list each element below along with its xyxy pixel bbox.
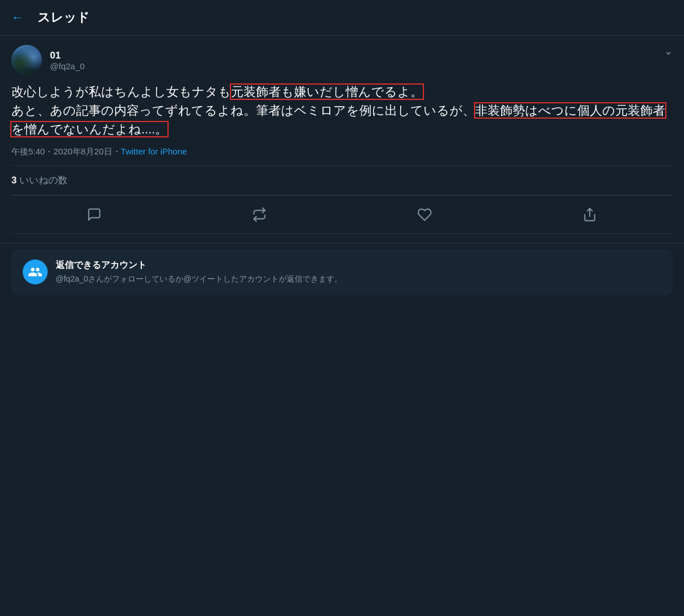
- reply-restriction-title: 返信できるアカウント: [56, 259, 342, 271]
- avatar[interactable]: [11, 45, 42, 76]
- reply-restriction-description: @fq2a_0さんがフォローしているか@ツイートしたアカウントが返信できます。: [56, 274, 342, 285]
- share-button[interactable]: [578, 203, 602, 227]
- chevron-down-icon[interactable]: ⌄: [664, 45, 673, 57]
- reply-restriction-icon: [23, 259, 48, 284]
- likes-label-text: いいねの数: [19, 175, 68, 186]
- action-bar: [11, 196, 673, 234]
- tweet-text-1: 改心しようが私はちんよし女もナタも: [11, 85, 231, 99]
- retweet-icon: [252, 207, 267, 222]
- author-handle: @fq2a_0: [50, 61, 85, 71]
- tweet-source[interactable]: Twitter for iPhone: [121, 146, 187, 156]
- tweet-timestamp: 午後5:40・2020年8月20日・: [11, 146, 121, 156]
- reply-button[interactable]: [82, 203, 106, 227]
- header: ← スレッド: [0, 0, 684, 36]
- back-button[interactable]: ←: [11, 10, 24, 25]
- author-info: 01 @fq2a_0: [50, 50, 85, 71]
- like-button[interactable]: [413, 203, 437, 227]
- reply-icon: [87, 207, 102, 222]
- likes-count: 3: [11, 175, 16, 186]
- tweet-body: 改心しようが私はちんよし女もナタも元装飾者も嫌いだし憎んでるよ。 あと、あの記事…: [11, 82, 673, 139]
- retweet-button[interactable]: [247, 203, 271, 227]
- page-title: スレッド: [37, 9, 90, 26]
- tweet-text-highlighted-1: 元装飾者も嫌いだし憎んでるよ。: [231, 85, 423, 99]
- tweet-header: 01 @fq2a_0 ⌄: [11, 45, 673, 76]
- tweet-card: 01 @fq2a_0 ⌄ 改心しようが私はちんよし女もナタも元装飾者も嫌いだし憎…: [0, 36, 684, 244]
- reply-restriction-card: 返信できるアカウント @fq2a_0さんがフォローしているか@ツイートしたアカウ…: [11, 249, 673, 295]
- author-name: 01: [50, 50, 85, 61]
- reply-restriction-text: 返信できるアカウント @fq2a_0さんがフォローしているか@ツイートしたアカウ…: [56, 259, 342, 285]
- tweet-author: 01 @fq2a_0: [11, 45, 85, 76]
- heart-icon: [417, 207, 432, 222]
- tweet-text-2: あと、あの記事の内容ってずれてるよね。筆者はベミロアを例に出しているが、: [11, 103, 475, 118]
- likes-section: 3 いいねの数: [11, 166, 673, 195]
- people-icon: [28, 265, 43, 279]
- tweet-meta: 午後5:40・2020年8月20日・Twitter for iPhone: [11, 146, 673, 157]
- share-icon: [582, 207, 597, 222]
